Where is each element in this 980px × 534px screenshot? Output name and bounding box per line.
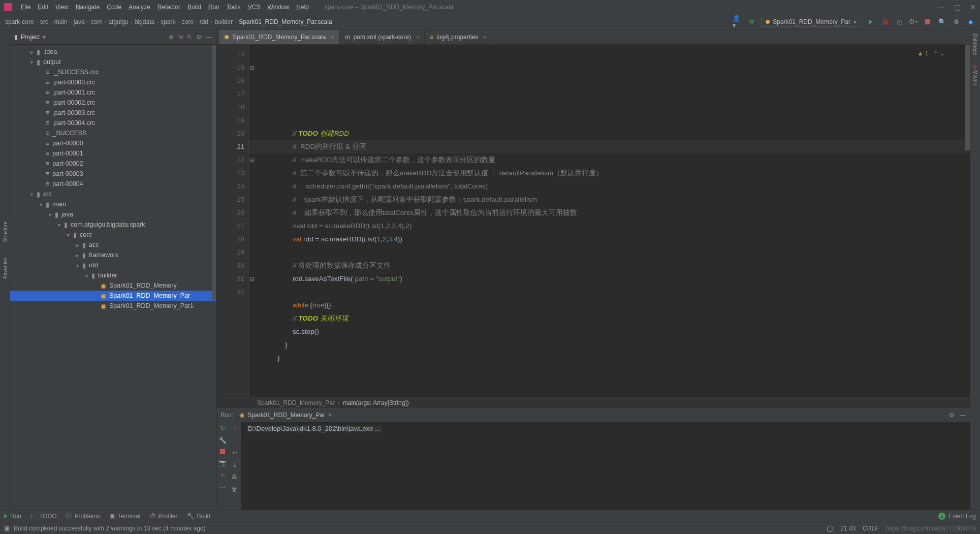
crumb-class[interactable]: Spark01_RDD_Memory_Par xyxy=(257,399,335,406)
tree-row[interactable]: ≡part-00003 xyxy=(10,169,216,179)
run-play-icon[interactable] xyxy=(866,17,875,26)
tree-row[interactable]: ≡.part-00000.crc xyxy=(10,77,216,87)
menu-vcs[interactable]: VCS xyxy=(244,4,264,11)
collapse-all-icon[interactable]: ⇱ xyxy=(187,34,192,41)
tab-build[interactable]: 🔨Build xyxy=(187,513,211,520)
menu-window[interactable]: Window xyxy=(264,4,293,11)
tree-row[interactable]: ≡._SUCCESS.crc xyxy=(10,67,216,77)
crumb-method[interactable]: main(args: Array[String]) xyxy=(343,399,409,406)
add-user-icon[interactable]: 👤▾ xyxy=(733,17,742,26)
tree-row[interactable]: ▸▮acc xyxy=(10,240,216,250)
tree-row[interactable]: ▾▮rdd xyxy=(10,260,216,270)
tree-row[interactable]: ◉Spark01_RDD_Memory_Par1 xyxy=(10,301,216,311)
breadcrumb[interactable]: spark-core›src›main›java›com›atguigu›big… xyxy=(5,18,332,25)
run-console[interactable]: D:\Develop\Java\jdk1.8.0_202\bin\java.ex… xyxy=(241,422,970,510)
tree-row[interactable]: ≡.part-00003.crc xyxy=(10,108,216,118)
tree-scrollbar[interactable] xyxy=(212,45,216,300)
crumb-10[interactable]: builder xyxy=(214,18,233,25)
crumb-0[interactable]: spark-core xyxy=(5,18,34,25)
editor-breadcrumb[interactable]: Spark01_RDD_Memory_Par › main(args: Arra… xyxy=(216,397,970,408)
gear-icon[interactable]: ⚙ xyxy=(196,34,202,41)
run-configuration-selector[interactable]: Spark01_RDD_Memory_Par ▾ xyxy=(761,17,861,27)
tree-row[interactable]: ◉Spark01_RDD_Memory xyxy=(10,280,216,291)
project-tree[interactable]: ▸▮.idea▾▮output≡._SUCCESS.crc≡.part-0000… xyxy=(10,45,216,510)
build-hammer-icon[interactable]: ⚒ xyxy=(747,17,756,26)
tab-run[interactable]: Run xyxy=(4,513,21,520)
tab-terminal[interactable]: ▣Terminal xyxy=(109,513,140,520)
trash-icon[interactable]: 🗑 xyxy=(232,486,238,493)
chevron-up-icon[interactable]: ⌃ xyxy=(933,47,938,60)
crumb-11[interactable]: Spark01_RDD_Memory_Par.scala xyxy=(239,18,332,25)
close-icon[interactable]: ✕ xyxy=(970,3,976,11)
tree-row[interactable]: ▾▮builder xyxy=(10,270,216,280)
tool-windows-icon[interactable]: ▣ xyxy=(4,525,10,532)
run-config-name[interactable]: Spark01_RDD_Memory_Par xyxy=(247,412,325,419)
structure-tool-button[interactable]: Structure xyxy=(3,222,8,242)
tree-row[interactable]: ▸▮.idea xyxy=(10,47,216,57)
menu-build[interactable]: Build xyxy=(184,4,205,11)
debug-bug-icon[interactable]: 🐞 xyxy=(880,17,890,26)
tree-row[interactable]: ≡.part-00001.crc xyxy=(10,87,216,98)
tree-row[interactable]: ◉Spark01_RDD_Memory_Par xyxy=(10,291,216,301)
menu-refactor[interactable]: Refactor xyxy=(154,4,184,11)
tab-profiler[interactable]: ⏱Profiler xyxy=(150,513,178,520)
search-icon[interactable]: 🔍 xyxy=(937,17,946,26)
down-icon[interactable]: ↓ xyxy=(233,437,236,444)
close-tab-icon[interactable]: × xyxy=(331,34,334,40)
project-panel-title[interactable]: Project xyxy=(21,34,40,41)
wrench-icon[interactable]: 🔧 xyxy=(219,437,227,444)
menu-help[interactable]: Help xyxy=(293,4,312,11)
tree-row[interactable]: ≡.part-00002.crc xyxy=(10,98,216,108)
crumb-4[interactable]: com xyxy=(91,18,103,25)
tree-row[interactable]: ≡part-00000 xyxy=(10,138,216,148)
minimize-icon[interactable]: — xyxy=(938,3,945,11)
crumb-1[interactable]: src xyxy=(40,18,48,25)
crumb-6[interactable]: bigdata xyxy=(135,18,154,25)
tab-event-log[interactable]: 2 Event Log xyxy=(938,513,976,520)
hide-panel-icon[interactable]: — xyxy=(960,412,966,419)
menu-file[interactable]: File xyxy=(17,4,34,11)
right-tool-strip[interactable]: Database m Maven xyxy=(970,29,980,510)
learn-icon[interactable]: ◆ xyxy=(966,17,975,26)
hide-panel-icon[interactable]: — xyxy=(206,34,212,41)
chevron-down-icon[interactable]: ▾ xyxy=(43,34,46,41)
soft-wrap-icon[interactable]: ↩ xyxy=(232,449,237,456)
crumb-2[interactable]: main xyxy=(54,18,68,25)
line-gutter[interactable]: 14151617181920212223242526272829303132 xyxy=(216,45,249,397)
tree-row[interactable]: ≡part-00002 xyxy=(10,159,216,169)
crumb-7[interactable]: spark xyxy=(161,18,175,25)
menu-view[interactable]: View xyxy=(52,4,72,11)
crumb-5[interactable]: atguigu xyxy=(108,18,128,25)
tree-row[interactable]: ▾▮com.atguigu.bigdata.spark xyxy=(10,219,216,230)
maven-tool-button[interactable]: m Maven xyxy=(972,65,978,85)
maximize-icon[interactable]: ▢ xyxy=(954,3,961,11)
menu-analyze[interactable]: Analyze xyxy=(125,4,154,11)
dump-icon[interactable]: 📷 xyxy=(219,459,227,466)
profiler-icon[interactable]: ⏱▾ xyxy=(909,17,918,26)
menu-run[interactable]: Run xyxy=(205,4,223,11)
line-ending-label[interactable]: CRLF xyxy=(863,525,878,532)
close-tab-icon[interactable]: × xyxy=(328,412,332,419)
expand-all-icon[interactable]: ⇲ xyxy=(178,34,183,41)
menu-tools[interactable]: Tools xyxy=(223,4,244,11)
tree-row[interactable]: ▾▮core xyxy=(10,230,216,240)
coverage-icon[interactable]: ◰ xyxy=(895,17,904,26)
favorites-tool-button[interactable]: Favorites xyxy=(3,258,8,278)
menu-code[interactable]: Code xyxy=(103,4,125,11)
up-icon[interactable]: ↑ xyxy=(233,425,236,432)
tree-row[interactable]: ▾▮main xyxy=(10,199,216,209)
stop-icon[interactable] xyxy=(923,17,932,26)
tab-todo[interactable]: ≔TODO xyxy=(30,513,56,520)
crumb-3[interactable]: java xyxy=(74,18,85,25)
locate-icon[interactable]: ⊕ xyxy=(169,34,174,41)
menu-navigate[interactable]: Navigate xyxy=(72,4,103,11)
tree-row[interactable]: ≡part-00001 xyxy=(10,148,216,159)
tab-problems[interactable]: ⓘProblems xyxy=(66,512,100,520)
close-tab-icon[interactable]: × xyxy=(483,34,486,40)
scroll-end-icon[interactable]: ⤓ xyxy=(232,461,237,468)
database-tool-button[interactable]: Database xyxy=(972,34,978,55)
editor-tab[interactable]: mpom.xml (spark-core)× xyxy=(340,30,425,44)
rerun-icon[interactable]: ↻ xyxy=(220,425,225,432)
print-icon[interactable]: 🖶 xyxy=(232,474,238,481)
tree-row[interactable]: ≡part-00004 xyxy=(10,179,216,189)
